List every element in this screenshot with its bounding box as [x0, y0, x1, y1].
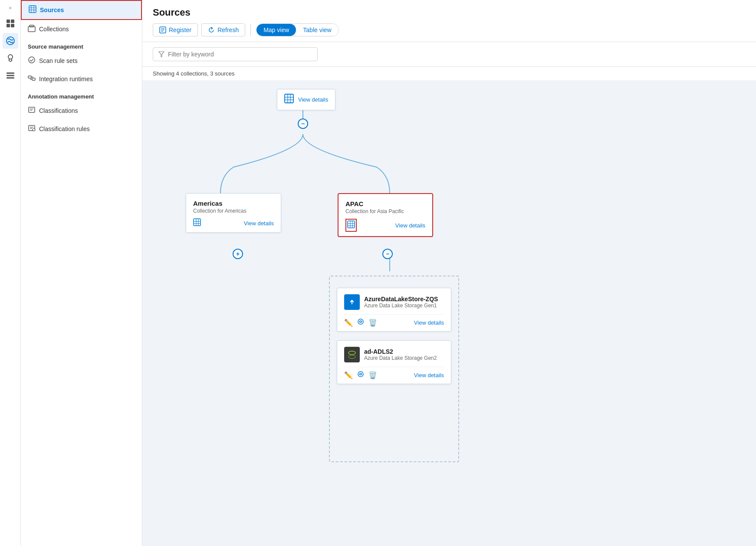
sidebar-item-classifications[interactable]: Classifications: [21, 102, 142, 120]
adls1-actions: ✏️ 🗑️: [344, 318, 377, 327]
adls2-actions: ✏️ 🗑️: [344, 371, 377, 379]
top-collapse-button[interactable]: −: [298, 118, 308, 129]
apac-name: APAC: [345, 200, 425, 207]
adls1-header: AzureDataLakeStore-ZQS Azure Data Lake S…: [344, 294, 444, 310]
integration-runtimes-label: Integration runtimes: [39, 76, 93, 82]
refresh-button[interactable]: Refresh: [201, 23, 245, 36]
adls1-type: Azure Data Lake Storage Gen1: [364, 303, 438, 309]
source-management-header: Source management: [21, 38, 142, 52]
adls1-footer: ✏️ 🗑️ View details: [344, 314, 444, 327]
collections-label: Collections: [39, 26, 69, 33]
summary-text: Showing 4 collections, 3 sources: [142, 67, 756, 80]
map-area[interactable]: View details − Americas Collection for A…: [142, 80, 756, 546]
adls1-info: AzureDataLakeStore-ZQS Azure Data Lake S…: [364, 296, 438, 309]
svg-marker-27: [159, 52, 164, 57]
adls1-scan-button[interactable]: [357, 318, 364, 327]
register-button[interactable]: Register: [153, 23, 198, 36]
svg-rect-40: [348, 221, 355, 228]
svg-rect-8: [7, 77, 14, 79]
classifications-label: Classifications: [39, 107, 78, 114]
americas-view-details[interactable]: View details: [244, 220, 274, 227]
apac-footer: View details: [345, 219, 425, 232]
view-toggle: Map view Table view: [256, 23, 339, 36]
americas-expand-button[interactable]: +: [233, 249, 243, 259]
sources-icon: [29, 5, 36, 15]
svg-rect-30: [285, 94, 293, 103]
svg-point-12: [29, 57, 35, 63]
adls2-delete-button[interactable]: 🗑️: [368, 371, 377, 379]
adls2-info: ad-ADLS2 Azure Data Lake Storage Gen2: [364, 348, 437, 361]
sidebar-item-scan-rule-sets[interactable]: Scan rule sets: [21, 52, 142, 70]
filter-input-wrapper[interactable]: [153, 47, 318, 61]
scan-rule-sets-icon: [28, 56, 36, 66]
svg-point-4: [7, 37, 14, 45]
sources-label: Sources: [40, 7, 64, 13]
adls1-delete-button[interactable]: 🗑️: [368, 318, 377, 327]
adls1-view-details[interactable]: View details: [414, 319, 444, 326]
main-header: Sources Register Refresh Map view Table …: [142, 0, 756, 42]
top-node-view-details[interactable]: View details: [298, 96, 328, 103]
adls1-name: AzureDataLakeStore-ZQS: [364, 296, 438, 303]
adls2-footer: ✏️ 🗑️ View details: [344, 367, 444, 379]
top-node-icon: [284, 94, 294, 105]
filter-icon: [158, 51, 164, 57]
classifications-icon: [28, 106, 36, 115]
classification-rules-label: Classification rules: [39, 125, 90, 132]
adls1-source-node: AzureDataLakeStore-ZQS Azure Data Lake S…: [337, 288, 451, 332]
svg-rect-1: [11, 20, 14, 23]
svg-point-52: [358, 372, 363, 377]
svg-rect-10: [28, 26, 35, 32]
sidebar-item-sources[interactable]: Sources: [21, 0, 142, 20]
svg-rect-9: [29, 6, 36, 13]
collapse-rail-button[interactable]: »: [3, 3, 18, 12]
svg-rect-13: [28, 76, 31, 78]
svg-point-50: [348, 355, 355, 359]
filter-keyword-input[interactable]: [168, 51, 312, 58]
svg-rect-11: [30, 25, 34, 27]
top-collection-node: View details: [277, 89, 335, 110]
main-content: Sources Register Refresh Map view Table …: [142, 0, 756, 546]
table-view-button[interactable]: Table view: [296, 24, 338, 36]
svg-rect-6: [7, 72, 14, 74]
apac-grid-icon: [345, 219, 357, 232]
sidebar-item-collections[interactable]: Collections: [21, 20, 142, 38]
svg-point-5: [8, 55, 13, 59]
toolbar: Register Refresh Map view Table view: [153, 23, 746, 36]
americas-footer: View details: [193, 218, 274, 228]
apac-view-details[interactable]: View details: [395, 222, 425, 229]
adls2-edit-button[interactable]: ✏️: [344, 371, 353, 379]
catalog-nav-icon[interactable]: [3, 16, 18, 31]
americas-name: Americas: [193, 200, 274, 207]
refresh-icon: [208, 26, 215, 33]
apac-desc: Collection for Asia Pacific: [345, 208, 425, 214]
map-view-button[interactable]: Map view: [256, 24, 296, 36]
americas-desc: Collection for Americas: [193, 208, 274, 214]
svg-point-47: [358, 319, 363, 324]
data-map-nav-icon[interactable]: [3, 33, 18, 49]
svg-rect-35: [194, 219, 201, 226]
apac-collapse-button[interactable]: −: [382, 249, 393, 259]
sidebar: Sources Collections Source management Sc…: [21, 0, 142, 546]
sidebar-item-integration-runtimes[interactable]: Integration runtimes: [21, 70, 142, 88]
insights-nav-icon[interactable]: [3, 50, 18, 66]
classification-rules-icon: ✓: [28, 124, 36, 134]
collections-icon: [28, 24, 36, 34]
svg-rect-7: [7, 75, 14, 76]
toolbar-divider: [250, 24, 251, 36]
register-icon: [159, 26, 166, 33]
adls2-name: ad-ADLS2: [364, 348, 437, 355]
integration-runtimes-icon: [28, 74, 36, 84]
adls2-scan-button[interactable]: [357, 371, 364, 379]
sidebar-item-classification-rules[interactable]: ✓ Classification rules: [21, 120, 142, 138]
scan-rule-sets-label: Scan rule sets: [39, 57, 78, 64]
americas-collection-node: Americas Collection for Americas View de…: [186, 193, 281, 233]
adls1-edit-button[interactable]: ✏️: [344, 318, 353, 327]
sources-container: AzureDataLakeStore-ZQS Azure Data Lake S…: [329, 276, 459, 462]
adls2-view-details[interactable]: View details: [414, 372, 444, 378]
filter-bar: [142, 42, 756, 67]
adls2-type: Azure Data Lake Storage Gen2: [364, 355, 437, 361]
svg-rect-0: [7, 20, 10, 23]
annotation-management-header: Annotation management: [21, 88, 142, 102]
management-nav-icon[interactable]: [3, 68, 18, 83]
adls2-icon: [344, 347, 360, 362]
